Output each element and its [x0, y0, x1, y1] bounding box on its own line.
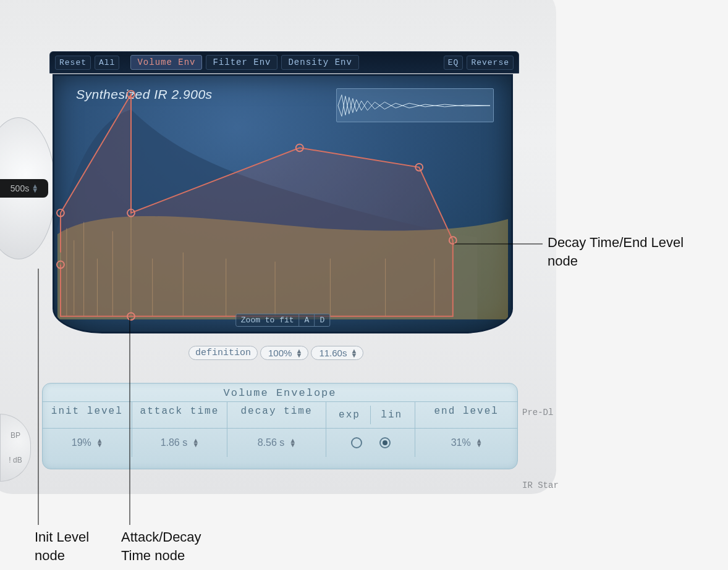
tab-density-env[interactable]: Density Env: [281, 55, 358, 70]
pre-delay-label: Pre-Dl: [522, 408, 553, 417]
callout-decay-end: Decay Time/End Level node: [548, 233, 708, 270]
header-init-level: init level: [43, 402, 132, 428]
stepper-arrows-icon: ▲▼: [96, 438, 103, 447]
tab-filter-env[interactable]: Filter Env: [206, 55, 277, 70]
stepper-arrows-icon: ▲▼: [476, 438, 482, 447]
attack-time-value: 1.86 s: [161, 437, 188, 448]
eq-button[interactable]: EQ: [444, 56, 463, 70]
zoom-decay-button[interactable]: D: [315, 314, 329, 326]
decay-time-value: 8.56 s: [258, 437, 285, 448]
zoom-attack-button[interactable]: A: [300, 314, 315, 326]
decay-time-stepper[interactable]: 8.56 s ▲▼: [227, 429, 326, 457]
reverse-button[interactable]: Reverse: [467, 56, 514, 70]
zoom-bar: Zoom to fit A D: [235, 314, 330, 327]
envelope-display[interactable]: Synthesized IR 2.900s: [53, 74, 513, 333]
definition-length-value: 11.60s: [319, 348, 347, 358]
length-select[interactable]: 500s ▲▼: [0, 179, 48, 198]
callout-attack-decay: Attack/Decay Time node: [121, 528, 226, 564]
attack-time-stepper[interactable]: 1.86 s ▲▼: [132, 429, 228, 457]
stepper-arrows-icon: ▲▼: [32, 184, 38, 193]
stepper-arrows-icon: ▲▼: [350, 349, 357, 358]
lin-mode-radio[interactable]: [379, 437, 391, 448]
all-button[interactable]: All: [95, 56, 119, 70]
header-decay-time: decay time: [227, 402, 326, 428]
init-level-value: 19%: [72, 437, 91, 448]
zoom-to-fit-button[interactable]: Zoom to fit: [236, 314, 300, 326]
stepper-arrows-icon: ▲▼: [295, 349, 302, 358]
header-attack-time: attack time: [132, 402, 228, 428]
reset-button[interactable]: Reset: [55, 56, 91, 70]
panel-title: Volume Envelope: [43, 383, 517, 402]
callout-init-level: Init Level node: [35, 528, 109, 564]
definition-label: definition: [188, 346, 258, 360]
envelope-tabbar: Reset All Volume Env Filter Env Density …: [49, 51, 519, 73]
definition-percent-stepper[interactable]: 100% ▲▼: [260, 346, 308, 360]
init-level-stepper[interactable]: 19% ▲▼: [43, 429, 132, 457]
tab-volume-env[interactable]: Volume Env: [130, 55, 202, 70]
header-lin: lin: [371, 406, 412, 424]
end-level-value: 31%: [451, 437, 471, 448]
bypass-label: BP: [11, 431, 20, 440]
stepper-arrows-icon: ▲▼: [192, 438, 198, 447]
definition-row: definition 100% ▲▼ 11.60s ▲▼: [188, 346, 363, 360]
exp-mode-radio[interactable]: [351, 437, 362, 448]
definition-percent-value: 100%: [268, 348, 292, 358]
length-select-value: 500s: [11, 183, 29, 193]
envelope-graph[interactable]: [54, 76, 511, 332]
header-exp: exp: [329, 406, 371, 424]
definition-length-stepper[interactable]: 11.60s ▲▼: [311, 346, 363, 360]
volume-envelope-panel: Volume Envelope init level attack time d…: [42, 383, 518, 469]
ir-start-label: IR Star: [522, 480, 559, 490]
db-label: ! dB: [9, 456, 22, 464]
header-end-level: end level: [415, 402, 517, 428]
stepper-arrows-icon: ▲▼: [289, 438, 295, 447]
end-level-stepper[interactable]: 31% ▲▼: [415, 429, 517, 457]
